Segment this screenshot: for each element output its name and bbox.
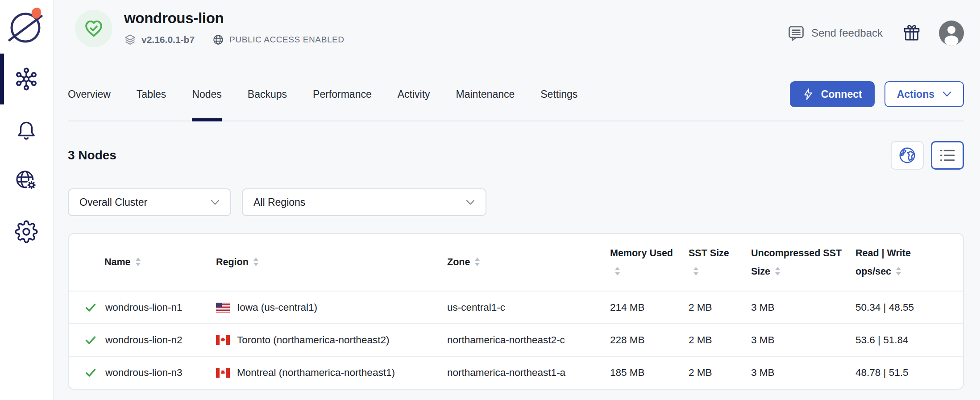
column-header-zone[interactable]: Zone — [447, 234, 610, 291]
sort-icon — [135, 257, 141, 267]
node-memory-used: 214 MB — [610, 291, 689, 324]
app-logo-icon[interactable] — [6, 5, 47, 48]
title-block: wondrous-lion v2.16.0.1-b7 — [124, 10, 345, 46]
actions-button[interactable]: Actions — [884, 81, 964, 107]
access-meta: PUBLIC ACCESS ENABLED — [212, 34, 345, 46]
node-uncompressed-sst-size: 3 MB — [751, 324, 855, 356]
nodes-count-heading: 3 Nodes — [68, 148, 116, 162]
gift-icon[interactable] — [902, 24, 921, 42]
column-header-read-write-ops[interactable]: Read | Write ops/sec — [855, 234, 963, 291]
node-region: Toronto (northamerica-northeast2) — [237, 334, 389, 346]
tab-settings[interactable]: Settings — [540, 68, 577, 121]
send-feedback-label: Send feedback — [811, 27, 883, 39]
list-view-button[interactable] — [931, 141, 964, 170]
avatar[interactable] — [939, 21, 964, 46]
node-name: wondrous-lion-n2 — [105, 334, 183, 346]
canada-flag-icon — [216, 368, 230, 378]
table-row: wondrous-lion-n2 Toronto (northamerica-n… — [69, 324, 963, 356]
chevron-down-icon — [466, 200, 475, 205]
globe-gear-icon — [14, 169, 38, 193]
node-sst-size: 2 MB — [689, 356, 751, 389]
send-feedback-button[interactable]: Send feedback — [787, 25, 883, 42]
tab-nodes[interactable]: Nodes — [192, 68, 221, 121]
sidebar-item-settings[interactable] — [0, 206, 53, 257]
tab-tables[interactable]: Tables — [137, 68, 166, 121]
actions-label: Actions — [897, 88, 934, 100]
sort-icon — [774, 267, 781, 276]
globe-icon — [212, 34, 224, 46]
node-sst-size: 2 MB — [689, 291, 751, 324]
sidebar-item-alerts[interactable] — [0, 104, 53, 155]
node-name: wondrous-lion-n3 — [105, 367, 183, 379]
sort-icon — [895, 267, 902, 276]
check-icon — [85, 302, 96, 313]
chat-icon — [787, 25, 805, 42]
version-label: v2.16.0.1-b7 — [141, 34, 195, 45]
cluster-name: wondrous-lion — [124, 10, 345, 27]
cluster-hub-icon — [14, 67, 38, 91]
check-icon — [85, 367, 96, 379]
region-filter-select[interactable]: All Regions — [242, 188, 486, 216]
tab-activity[interactable]: Activity — [398, 68, 430, 121]
column-header-region[interactable]: Region — [216, 234, 447, 291]
node-read-write-ops: 50.34 | 48.55 — [855, 291, 963, 324]
lightning-icon — [802, 88, 814, 100]
heart-check-icon — [83, 18, 104, 39]
sort-icon — [474, 257, 481, 267]
node-sst-size: 2 MB — [689, 324, 751, 356]
topbar-right: Send feedback — [787, 21, 964, 46]
us-flag-icon — [216, 303, 230, 312]
tab-backups[interactable]: Backups — [248, 68, 287, 121]
column-header-memory-used[interactable]: Memory Used — [610, 234, 689, 291]
sidebar-item-network[interactable] — [0, 155, 53, 206]
table-row: wondrous-lion-n1 Iowa (us-central1) us-c… — [69, 291, 963, 324]
layers-icon — [124, 33, 136, 46]
cluster-filter-select[interactable]: Overall Cluster — [68, 188, 231, 216]
table-row: wondrous-lion-n3 Montreal (northamerica-… — [69, 356, 963, 389]
nodes-table-card: Name Region Zone Memory Used SST Size Un… — [68, 233, 964, 390]
chevron-down-icon — [943, 91, 951, 97]
list-icon — [939, 148, 956, 163]
node-memory-used: 228 MB — [610, 324, 689, 356]
version-meta: v2.16.0.1-b7 — [124, 33, 195, 46]
nodes-content: 3 Nodes — [68, 121, 964, 400]
gear-icon — [15, 220, 38, 243]
table-header-row: Name Region Zone Memory Used SST Size Un… — [69, 234, 963, 291]
column-header-uncompressed-sst-size[interactable]: Uncompressed SST Size — [751, 234, 855, 291]
tab-maintenance[interactable]: Maintenance — [456, 68, 515, 121]
connect-label: Connect — [821, 88, 862, 100]
node-zone: northamerica-northeast2-c — [447, 324, 610, 356]
sidebar-nav — [0, 54, 53, 257]
cluster-filter-value: Overall Cluster — [79, 196, 147, 208]
nodes-table: Name Region Zone Memory Used SST Size Un… — [69, 234, 963, 389]
cluster-header: wondrous-lion v2.16.0.1-b7 — [68, 0, 964, 68]
sort-icon — [253, 257, 259, 267]
canada-flag-icon — [216, 335, 230, 345]
sort-icon — [614, 267, 621, 276]
tabs-actions: Connect Actions — [790, 81, 964, 107]
chevron-down-icon — [211, 200, 220, 205]
sort-icon — [693, 267, 699, 276]
cluster-meta: v2.16.0.1-b7 PUBLIC ACCESS ENABLED — [124, 33, 345, 46]
column-header-name[interactable]: Name — [69, 234, 216, 291]
access-label: PUBLIC ACCESS ENABLED — [229, 35, 345, 45]
node-uncompressed-sst-size: 3 MB — [751, 356, 855, 389]
tab-performance[interactable]: Performance — [313, 68, 372, 121]
node-zone: us-central1-c — [447, 291, 610, 324]
tabs: Overview Tables Nodes Backups Performanc… — [68, 68, 577, 121]
check-icon — [85, 334, 96, 346]
node-region: Iowa (us-central1) — [237, 302, 317, 313]
filters-row: Overall Cluster All Regions — [68, 188, 964, 216]
connect-button[interactable]: Connect — [790, 81, 875, 107]
main-area: wondrous-lion v2.16.0.1-b7 — [54, 0, 980, 400]
sidebar — [0, 0, 54, 400]
tabs-row: Overview Tables Nodes Backups Performanc… — [68, 68, 964, 121]
node-uncompressed-sst-size: 3 MB — [751, 291, 855, 324]
tab-overview[interactable]: Overview — [68, 68, 111, 121]
sidebar-item-clusters[interactable] — [0, 54, 53, 104]
map-view-button[interactable] — [891, 141, 924, 170]
column-header-sst-size[interactable]: SST Size — [689, 234, 751, 291]
bell-icon — [15, 119, 37, 141]
node-memory-used: 185 MB — [610, 356, 689, 389]
node-region: Montreal (northamerica-northeast1) — [237, 367, 395, 379]
